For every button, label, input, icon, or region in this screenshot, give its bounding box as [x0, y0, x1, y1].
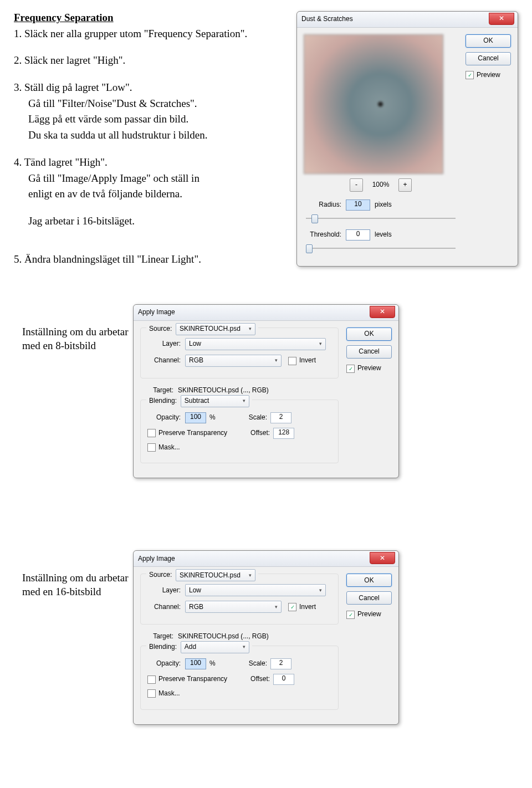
- step-3d: Du ska ta sudda ut all hudstruktur i bil…: [14, 129, 285, 142]
- radius-input[interactable]: 10: [346, 199, 370, 211]
- preview-label: Preview: [477, 71, 500, 80]
- threshold-slider[interactable]: [306, 243, 456, 254]
- invert-checkbox[interactable]: Invert: [288, 356, 316, 365]
- source-legend: Source: SKINRETOUCH.psd: [146, 569, 258, 581]
- scale-input[interactable]: 2: [270, 658, 291, 669]
- checkbox-icon: ✓: [288, 603, 296, 611]
- ok-button[interactable]: OK: [346, 328, 392, 341]
- close-button[interactable]: ✕: [489, 13, 514, 25]
- invert-label: Invert: [299, 603, 316, 612]
- invert-label: Invert: [299, 356, 316, 365]
- step-3c: Lägg på ett värde som passar din bild.: [14, 112, 285, 126]
- step-1: 1. Släck ner alla grupper utom "Frequenc…: [14, 27, 285, 41]
- source-legend: Source: SKINRETOUCH.psd: [146, 323, 258, 335]
- source-dropdown[interactable]: SKINRETOUCH.psd: [176, 569, 255, 581]
- offset-input[interactable]: 128: [273, 428, 294, 439]
- preserve-transparency-checkbox[interactable]: Preserve Transparency: [147, 675, 227, 684]
- opacity-input[interactable]: 100: [185, 412, 206, 423]
- opacity-unit: %: [209, 413, 216, 422]
- step-3a: 3. Ställ dig på lagret "Low".: [14, 81, 285, 95]
- ok-button[interactable]: OK: [346, 574, 392, 587]
- zoom-out-button[interactable]: -: [350, 178, 363, 192]
- preview-checkbox[interactable]: ✓ Preview: [346, 364, 392, 373]
- preserve-transparency-checkbox[interactable]: Preserve Transparency: [147, 429, 227, 438]
- blending-legend: Blending: Subtract: [146, 395, 252, 407]
- step-3b: Gå till "Filter/Noise"Dust & Scratches".: [14, 97, 285, 111]
- target-label: Target:: [140, 632, 178, 641]
- step-4c: enligt en av de två följande bilderna.: [14, 187, 285, 201]
- apply-image-16bit-dialog: Apply Image ✕ Source: SKINRETOUCH.psd La…: [133, 550, 399, 724]
- threshold-unit: levels: [375, 231, 392, 239]
- threshold-input[interactable]: 0: [346, 229, 370, 241]
- apply-image-8bit-dialog: Apply Image ✕ Source: SKINRETOUCH.psd La…: [133, 304, 399, 478]
- scale-label: Scale:: [249, 413, 267, 422]
- opacity-label: Opacity:: [147, 659, 185, 668]
- note-16bit: Jag arbetar i 16-bitsläget.: [14, 214, 285, 228]
- blending-dropdown[interactable]: Subtract: [181, 395, 249, 407]
- close-icon: ✕: [380, 554, 385, 563]
- source-dropdown[interactable]: SKINRETOUCH.psd: [176, 323, 255, 335]
- checkbox-icon: ✓: [346, 611, 355, 619]
- step-5: 5. Ändra blandningsläget till "Linear Li…: [14, 253, 285, 267]
- blending-legend: Blending: Add: [146, 641, 252, 653]
- target-value: SKINRETOUCH.psd (..., RGB): [178, 632, 269, 641]
- preview-image: [304, 34, 443, 174]
- dialog-titlebar[interactable]: Dust & Scratches ✕: [297, 12, 518, 28]
- scale-input[interactable]: 2: [270, 412, 291, 423]
- cancel-button[interactable]: Cancel: [466, 52, 511, 65]
- channel-dropdown[interactable]: RGB: [185, 355, 282, 367]
- channel-label: Channel:: [147, 356, 185, 365]
- checkbox-icon: [147, 429, 156, 437]
- channel-label: Channel:: [147, 603, 185, 612]
- dialog-titlebar[interactable]: Apply Image ✕: [134, 551, 398, 567]
- mask-label: Mask...: [158, 443, 180, 452]
- blending-dropdown[interactable]: Add: [181, 641, 249, 653]
- zoom-value: 100%: [364, 181, 397, 190]
- close-button[interactable]: ✕: [370, 306, 395, 318]
- opacity-unit: %: [209, 659, 216, 668]
- dialog-title: Dust & Scratches: [301, 15, 353, 24]
- label-16bit: Inställning om du arbetar med en 16-bits…: [22, 571, 133, 598]
- label-8bit: Inställning om du arbetar med en 8-bitsb…: [22, 325, 133, 352]
- mask-label: Mask...: [158, 689, 180, 698]
- offset-label: Offset:: [250, 675, 270, 684]
- scale-label: Scale:: [249, 659, 267, 668]
- dust-scratches-dialog: Dust & Scratches ✕ - 100% + Radius: 10 p…: [296, 11, 518, 267]
- layer-dropdown[interactable]: Low: [185, 338, 326, 350]
- mask-checkbox[interactable]: Mask...: [147, 689, 180, 698]
- channel-dropdown[interactable]: RGB: [185, 601, 282, 613]
- threshold-label: Threshold:: [304, 231, 346, 239]
- preview-label: Preview: [357, 610, 381, 619]
- radius-slider[interactable]: [306, 213, 456, 224]
- layer-dropdown[interactable]: Low: [185, 584, 326, 596]
- radius-label: Radius:: [304, 201, 346, 209]
- preview-checkbox[interactable]: ✓ Preview: [346, 610, 392, 619]
- offset-label: Offset:: [250, 429, 270, 438]
- preview-label: Preview: [357, 364, 381, 373]
- close-icon: ✕: [499, 14, 504, 23]
- cancel-button[interactable]: Cancel: [346, 345, 392, 359]
- page-title: Frequency Separation: [14, 11, 285, 25]
- opacity-label: Opacity:: [147, 413, 185, 422]
- opacity-input[interactable]: 100: [185, 658, 206, 669]
- ok-button[interactable]: OK: [466, 34, 511, 48]
- step-4b: Gå till "Image/Apply Image" och ställ in: [14, 172, 285, 186]
- preserve-label: Preserve Transparency: [158, 429, 227, 438]
- cancel-button[interactable]: Cancel: [346, 591, 392, 605]
- target-label: Target:: [140, 386, 178, 395]
- dialog-title: Apply Image: [138, 308, 175, 317]
- layer-label: Layer:: [147, 340, 185, 349]
- checkbox-icon: ✓: [466, 71, 474, 79]
- close-button[interactable]: ✕: [370, 552, 395, 564]
- mask-checkbox[interactable]: Mask...: [147, 443, 180, 452]
- dialog-titlebar[interactable]: Apply Image ✕: [134, 305, 398, 321]
- layer-label: Layer:: [147, 586, 185, 595]
- target-value: SKINRETOUCH.psd (..., RGB): [178, 386, 269, 395]
- zoom-in-button[interactable]: +: [398, 178, 412, 192]
- preview-checkbox[interactable]: ✓ Preview: [466, 71, 511, 80]
- checkbox-icon: [147, 443, 156, 452]
- radius-unit: pixels: [375, 201, 392, 209]
- invert-checkbox[interactable]: ✓ Invert: [288, 603, 316, 612]
- offset-input[interactable]: 0: [273, 674, 294, 685]
- dialog-title: Apply Image: [138, 555, 175, 564]
